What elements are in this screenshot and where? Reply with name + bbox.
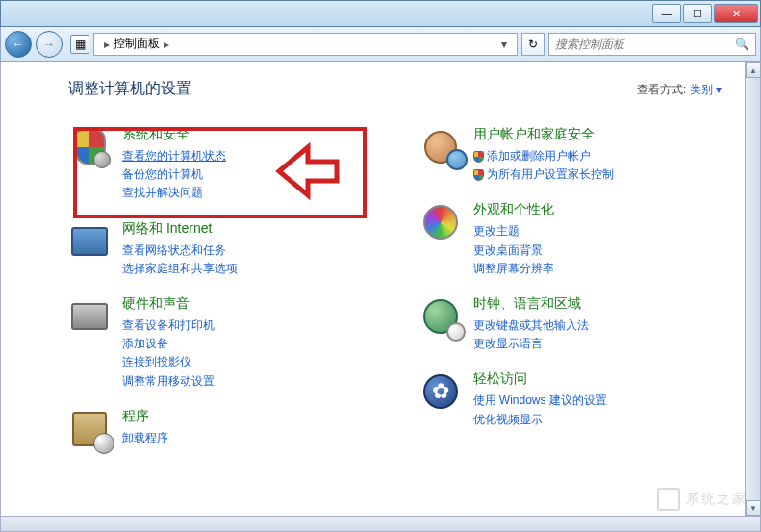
shield-mini-icon (473, 151, 484, 163)
view-by-dropdown[interactable]: 类别 ▾ (690, 83, 722, 96)
search-box[interactable]: 🔍 (548, 33, 756, 56)
category-appearance: 外观和个性化 更改主题 更改桌面背景 调整屏幕分辨率 (419, 201, 723, 278)
shield-mini-icon (473, 169, 484, 181)
category-link[interactable]: 使用 Windows 建议的设置 (473, 392, 723, 410)
right-column: 用户帐户和家庭安全 添加或删除用户帐户 为所有用户设置家长控制 外观和个性化 更… (419, 126, 723, 450)
titlebar: — ☐ ✕ (0, 0, 761, 27)
category-link[interactable]: 调整常用移动设置 (122, 372, 371, 391)
category-title[interactable]: 硬件和声音 (122, 295, 371, 313)
view-by: 查看方式: 类别 ▾ (637, 82, 722, 98)
ease-of-access-icon: ✿ (419, 370, 462, 413)
programs-icon (68, 408, 111, 450)
back-button[interactable]: ← (5, 31, 32, 58)
category-link[interactable]: 备份您的计算机 (122, 165, 371, 184)
category-link[interactable]: 连接到投影仪 (122, 353, 371, 371)
category-link[interactable]: 卸载程序 (122, 429, 371, 447)
shield-icon (68, 126, 111, 168)
breadcrumb-sep-icon: ▸ (164, 38, 169, 51)
category-link[interactable]: 优化视频显示 (473, 411, 723, 429)
content-header: 调整计算机的设置 查看方式: 类别 ▾ (68, 79, 722, 99)
category-link[interactable]: 更改桌面背景 (473, 241, 723, 260)
close-button[interactable]: ✕ (714, 4, 758, 23)
category-ease-of-access: ✿ 轻松访问 使用 Windows 建议的设置 优化视频显示 (419, 370, 723, 428)
printer-icon (68, 295, 111, 338)
category-title[interactable]: 网络和 Internet (122, 220, 371, 238)
category-link[interactable]: 更改主题 (473, 222, 723, 241)
category-link[interactable]: 调整屏幕分辨率 (473, 260, 723, 278)
users-icon (419, 126, 462, 168)
scroll-up-button[interactable]: ▲ (746, 63, 761, 78)
category-link[interactable]: 添加设备 (122, 335, 371, 353)
left-column: 系统和安全 查看您的计算机状态 备份您的计算机 查找并解决问题 网络和 Inte… (68, 126, 371, 450)
category-link[interactable]: 查看网络状态和任务 (122, 241, 371, 260)
maximize-button[interactable]: ☐ (683, 4, 712, 23)
page-title: 调整计算机的设置 (68, 79, 191, 99)
address-bar[interactable]: ▸ 控制面板 ▸ ▾ (93, 33, 518, 56)
view-by-label: 查看方式: (637, 83, 686, 96)
category-hardware-sound: 硬件和声音 查看设备和打印机 添加设备 连接到投影仪 调整常用移动设置 (68, 295, 371, 391)
globe-clock-icon (419, 295, 462, 338)
category-link[interactable]: 查找并解决问题 (122, 184, 371, 202)
scroll-down-button[interactable]: ▼ (746, 500, 761, 516)
breadcrumb-sep-icon: ▸ (104, 38, 110, 51)
category-title[interactable]: 时钟、语言和区域 (473, 295, 723, 313)
content-pane: 调整计算机的设置 查看方式: 类别 ▾ 系统和安全 查看您的计算机状态 备份您的… (0, 62, 746, 517)
category-link[interactable]: 选择家庭组和共享选项 (122, 260, 371, 278)
category-system-security: 系统和安全 查看您的计算机状态 备份您的计算机 查找并解决问题 (68, 126, 371, 203)
navigation-bar: ← → ▦ ▸ 控制面板 ▸ ▾ ↻ 🔍 (0, 27, 761, 62)
scroll-area[interactable]: 调整计算机的设置 查看方式: 类别 ▾ 系统和安全 查看您的计算机状态 备份您的… (1, 62, 745, 516)
category-link[interactable]: 查看您的计算机状态 (122, 147, 371, 165)
minimize-button[interactable]: — (652, 4, 681, 23)
control-panel-icon[interactable]: ▦ (70, 35, 89, 54)
search-input[interactable] (555, 38, 735, 51)
network-icon (68, 220, 111, 263)
search-icon[interactable]: 🔍 (735, 38, 749, 51)
forward-button[interactable]: → (36, 31, 63, 58)
category-clock-language: 时钟、语言和区域 更改键盘或其他输入法 更改显示语言 (419, 295, 723, 353)
category-title[interactable]: 系统和安全 (122, 126, 371, 143)
category-network-internet: 网络和 Internet 查看网络状态和任务 选择家庭组和共享选项 (68, 220, 371, 278)
category-link[interactable]: 为所有用户设置家长控制 (473, 165, 723, 184)
category-link[interactable]: 查看设备和打印机 (122, 317, 371, 335)
breadcrumb-root[interactable]: 控制面板 (114, 36, 160, 52)
address-dropdown-icon[interactable]: ▾ (497, 38, 511, 51)
vertical-scrollbar[interactable]: ▲ ▼ (746, 62, 761, 517)
category-programs: 程序 卸载程序 (68, 408, 371, 450)
refresh-button[interactable]: ↻ (521, 33, 545, 56)
category-title[interactable]: 外观和个性化 (473, 201, 723, 218)
category-grid: 系统和安全 查看您的计算机状态 备份您的计算机 查找并解决问题 网络和 Inte… (68, 126, 722, 450)
category-title[interactable]: 程序 (122, 408, 371, 425)
palette-icon (419, 201, 462, 243)
horizontal-scrollbar[interactable] (0, 517, 761, 532)
category-title[interactable]: 用户帐户和家庭安全 (473, 126, 723, 143)
category-link[interactable]: 添加或删除用户帐户 (473, 147, 723, 165)
category-link[interactable]: 更改显示语言 (473, 335, 723, 353)
category-title[interactable]: 轻松访问 (473, 370, 723, 388)
category-user-accounts: 用户帐户和家庭安全 添加或删除用户帐户 为所有用户设置家长控制 (419, 126, 723, 184)
category-link[interactable]: 更改键盘或其他输入法 (473, 317, 723, 335)
